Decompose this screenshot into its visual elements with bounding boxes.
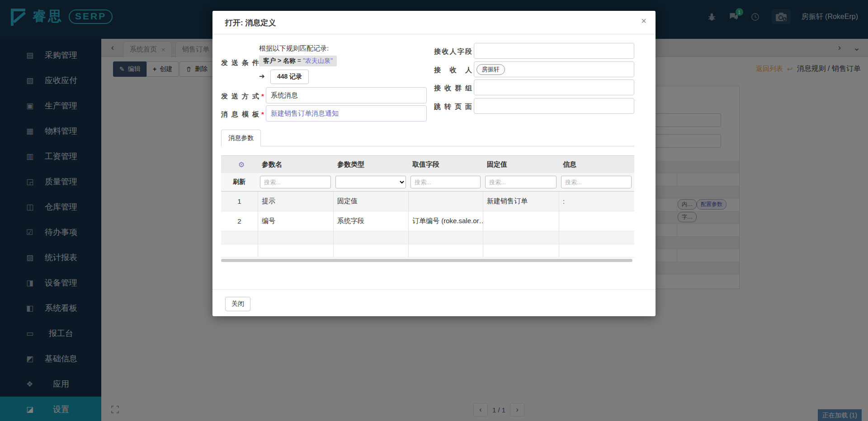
dialog-header: 打开: 消息定义 × bbox=[212, 11, 656, 34]
tab-divider bbox=[221, 146, 634, 146]
recipient-field-label: 接收人字段 bbox=[434, 47, 472, 56]
send-condition-label: 发送条件 bbox=[221, 59, 259, 67]
close-button[interactable]: 关闭 bbox=[225, 297, 250, 311]
col-value-field: 取值字段 bbox=[409, 156, 483, 173]
recipient-group-label: 接收群组 bbox=[434, 84, 472, 93]
dialog-footer: 关闭 bbox=[212, 289, 656, 316]
send-method-input[interactable] bbox=[266, 87, 427, 103]
message-definition-dialog: 打开: 消息定义 × 根据以下规则匹配记录: 发送条件 客户 > 名称 = "农… bbox=[212, 11, 656, 316]
message-template-label: 消息模板 bbox=[221, 110, 259, 119]
recipient-tag[interactable]: 房振轩 bbox=[476, 64, 505, 75]
recipient-input[interactable]: 房振轩 bbox=[474, 61, 634, 77]
rule-hint: 根据以下规则匹配记录: bbox=[259, 44, 329, 53]
dialog-title: 打开: 消息定义 bbox=[225, 18, 276, 28]
table-row[interactable]: 1 提示 固定值 新建销售订单 : bbox=[221, 192, 634, 211]
filter-param-name-input[interactable] bbox=[260, 176, 331, 188]
jump-page-input[interactable] bbox=[474, 98, 634, 114]
table-empty-row bbox=[221, 231, 634, 244]
recipient-group-input[interactable] bbox=[474, 80, 634, 95]
filter-fixed-value-input[interactable] bbox=[485, 176, 557, 188]
col-param-name: 参数名 bbox=[258, 156, 334, 173]
table-empty-row bbox=[221, 244, 634, 257]
recipient-label: 接收人 bbox=[434, 66, 472, 75]
tab-message-params[interactable]: 消息参数 bbox=[221, 130, 261, 146]
params-table: ⚙ 参数名 参数类型 取值字段 固定值 信息 刷新 1 提示 固定值 新建销售订… bbox=[221, 155, 634, 257]
send-method-label: 发送方式 bbox=[221, 92, 259, 101]
record-count-button[interactable]: 448 记录 bbox=[270, 70, 309, 84]
table-row[interactable]: 2 编号 系统字段 订单编号 (roke.sale.or… bbox=[221, 211, 634, 231]
col-fixed-value: 固定值 bbox=[483, 156, 559, 173]
recipient-field-input[interactable] bbox=[474, 43, 634, 59]
col-info: 信息 bbox=[559, 156, 634, 173]
filter-value-field-input[interactable] bbox=[410, 176, 481, 188]
table-options-gear-icon[interactable]: ⚙ bbox=[221, 156, 258, 173]
message-template-input[interactable] bbox=[266, 105, 427, 122]
filter-info-input[interactable] bbox=[561, 176, 632, 188]
table-filter-row: 刷新 bbox=[221, 173, 634, 192]
rule-tag[interactable]: 客户 > 名称 = "农夫山泉" bbox=[259, 56, 337, 66]
filter-param-type-select[interactable] bbox=[335, 176, 406, 188]
close-dialog-icon[interactable]: × bbox=[641, 16, 646, 26]
horizontal-scrollbar[interactable] bbox=[221, 259, 632, 262]
arrow-right-icon: ➔ bbox=[259, 72, 265, 80]
refresh-button[interactable]: 刷新 bbox=[221, 173, 258, 191]
table-header-row: ⚙ 参数名 参数类型 取值字段 固定值 信息 bbox=[221, 155, 634, 173]
col-param-type: 参数类型 bbox=[334, 156, 409, 173]
jump-page-label: 跳转页面 bbox=[434, 103, 472, 111]
